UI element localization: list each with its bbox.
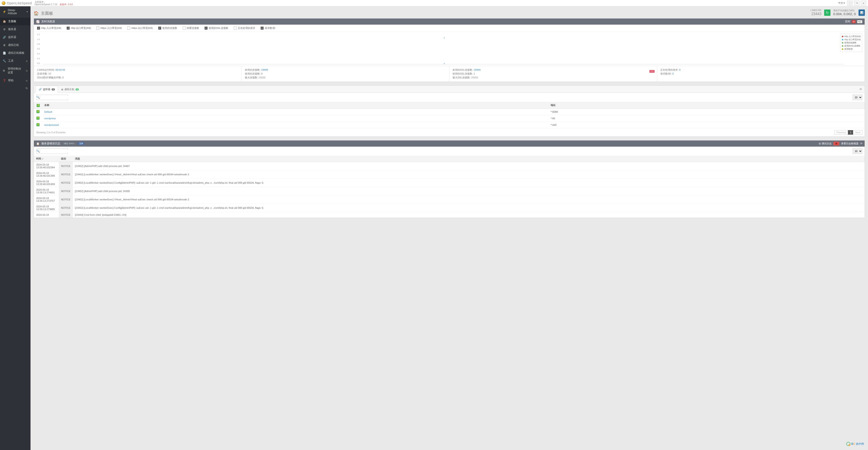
sidebar-item-3[interactable]: 🖥虚拟主机 [0,41,31,49]
log-level-cell: NOTICE [59,204,73,212]
checkbox-icon [234,27,237,30]
fullscreen-button[interactable]: ⛶ [847,1,852,6]
server-selector[interactable]: ⚡ Steep-Attitude ▾ [0,6,31,18]
sidebar-item-1[interactable]: ⚙服务器 [0,25,31,33]
sidebar-refresh-button[interactable]: ↻ [0,86,31,91]
pager-page-1[interactable]: 1 [848,130,853,135]
log-pagesize[interactable]: 10 [852,149,862,154]
y-tick: 1.2 [37,33,42,35]
listeners-search[interactable]: 🔍 [36,95,68,100]
listeners-panel: 🔗监听器3🖥虚拟主机2⟳ 🔍 10 ▴ 名称 地址 [34,86,865,137]
log-panel-title: 服务器错误日志 [41,142,60,146]
metric-checkbox-5[interactable]: 闲置连接数 [183,26,199,30]
log-time-cell: 2024-03-18 13:26:40.031399 [34,170,59,179]
legend-dot-icon [842,36,843,37]
tab-0[interactable]: 🔗监听器3 [36,86,58,93]
listeners-tabs: 🔗监听器3🖥虚拟主机2⟳ [34,86,865,93]
listeners-search-input[interactable] [40,96,73,99]
nav-icon: 📄 [3,52,6,55]
debug-log-danger-button[interactable]: 🐞 [833,142,839,146]
bars-icon: ≡ [863,2,864,4]
checkbox-icon [260,27,264,30]
col-address[interactable]: 地址 [548,102,860,109]
listeners-refresh-button[interactable]: ⟳ [859,87,863,92]
sidebar-item-6[interactable]: ⚙管理控制台设置▦ [0,65,31,76]
nav-icon: 🔧 [3,59,6,63]
chevron-down-icon: ▾ [844,2,845,4]
log-msg-cell: [23452] [AdminPHP] add child process pid… [73,187,865,195]
status-cell [34,109,42,115]
col-time[interactable]: 时间 ▾ [34,156,59,162]
log-time-cell: 2024-03-18 [34,212,59,218]
log-search-input[interactable] [40,150,73,153]
metric-checkbox-6[interactable]: 使用的SSL连接数 [205,26,228,30]
stat-value: 19999 [261,68,268,71]
home-icon: 🏠 [34,11,39,16]
toggle-icon: ⊟ [819,142,821,145]
metric-checkbox-7[interactable]: 正在处理的请求 [234,26,255,30]
watermark: DZ 插件网 [846,442,864,446]
legend-dot-icon [842,42,843,43]
live-no-button[interactable]: NO [857,20,863,23]
col-name[interactable]: 名称 [42,102,548,109]
metric-checkbox-1[interactable]: Http 出口带宽(KB) [67,26,91,30]
listener-link[interactable]: wordpressssl [44,124,59,126]
tab-1[interactable]: 🖥虚拟主机2 [58,86,82,93]
stat-value: 0 [679,68,680,71]
log-pagesize-select[interactable]: 10 [852,149,862,154]
sidebar-item-2[interactable]: 🔗监听器 [0,33,31,41]
sidebar-item-5[interactable]: 🔧工具▦ [0,57,31,65]
log-search[interactable]: 🔍 [36,149,68,154]
listener-link[interactable]: Default [44,110,52,113]
log-msg-cell: [23443] Cmd from child: [extappkill:2346… [73,212,865,218]
stat-label: 总请求数: [37,72,49,75]
nav-label: 工具 [8,59,13,63]
status-running-icon [36,117,39,120]
metric-checkbox-4[interactable]: 使用的连接数 [158,26,177,30]
sidebar-item-7[interactable]: ❓帮助▦ [0,76,31,85]
log-row: 2024-03-18 13:26:13.273757 NOTICE [23452… [34,195,865,204]
stat-value: 66 [49,72,51,75]
legend-label: 使用的连接数 [844,41,857,44]
listeners-pagesize[interactable]: 10 [852,95,862,100]
listeners-pager: Previous 1 Next [835,130,862,135]
chart-point [444,37,445,38]
metric-checkbox-row: Http 入口带宽(KB)Http 出口带宽(KB)Https 入口带宽(KB)… [34,25,865,32]
log-count-badge: 104 [78,142,85,145]
col-message[interactable]: 消息 [73,156,865,162]
log-refresh-button[interactable]: ⟳ [860,142,862,145]
debug-log-toggle[interactable]: ⊟ 调试日志 [819,142,832,145]
sidebar-item-4[interactable]: 📄虚拟主机模板 [0,49,31,57]
log-viewer-link[interactable]: 查看日志检视器 [841,142,859,145]
menu-button[interactable]: ≡ [861,1,866,6]
metric-checkbox-2[interactable]: Https 入口带宽(KB) [96,26,122,30]
nav-label: 虚拟主机模板 [8,51,24,55]
metric-checkbox-3[interactable]: Https 出口带宽(KB) [127,26,153,30]
language-selector[interactable]: 中文 ▾ [837,1,846,5]
listener-link[interactable]: wordpress [44,117,56,120]
realtime-stats-button[interactable]: 📊 [859,9,865,16]
col-level[interactable]: 级别 [59,156,73,162]
pager-prev[interactable]: Previous [834,130,848,135]
sidebar-item-0[interactable]: 🏠主面板 [0,18,31,25]
nav-label: 服务器 [8,27,16,31]
listeners-pagesize-select[interactable]: 10 [852,95,862,100]
stat-row: LSWS运行时间: 00:50:58 [37,68,238,72]
log-msg-cell: [23452] [LocalWorker::workerExec] VHost:… [73,195,865,204]
metric-checkbox-8[interactable]: 请求数/秒 [260,26,275,30]
search-icon: 🔍 [36,96,40,99]
stat-row: 正在处理的请求: 0 [660,68,862,72]
bug-icon: 🐞 [835,142,838,145]
pager-next[interactable]: Next [853,130,862,135]
live-stop-button[interactable]: ✕ [852,20,856,23]
pid-label: LSWS PID [811,9,822,12]
checkbox-label: Http 入口带宽(KB) [41,26,61,30]
graceful-restart-button[interactable]: ↻ [824,9,831,16]
tab-icon: 🖥 [61,88,63,91]
y-tick: 0.0 [37,62,42,64]
checkbox-icon [205,27,208,30]
metric-checkbox-0[interactable]: Http 入口带宽(KB) [37,26,61,30]
col-status[interactable]: ▴ [34,102,42,109]
checkbox-label: 使用的连接数 [162,26,177,30]
logout-button[interactable]: ↪ [854,1,860,6]
